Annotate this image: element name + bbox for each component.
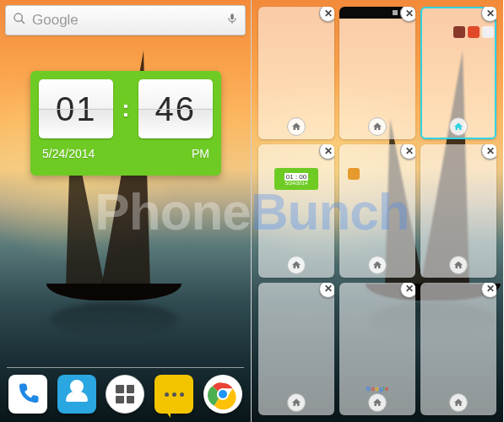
wallpaper-sunset-sailboat [0, 0, 251, 422]
page-thumbnail-selected[interactable]: ✕ [420, 7, 496, 139]
home-icon[interactable] [287, 393, 306, 412]
page-thumbnail[interactable]: ✕ 01 : 00 5/24/2014 [258, 144, 334, 277]
page-thumbnail[interactable]: ✕ [339, 7, 415, 139]
home-icon[interactable] [449, 393, 468, 412]
google-search-widget[interactable]: Google [5, 5, 246, 35]
flip-clock-colon: : [122, 95, 129, 122]
page-thumbnail[interactable]: ✕ [258, 7, 334, 139]
dock-apps-icon[interactable] [106, 375, 144, 414]
overview-grid: ✕ ✕ ✕ ✕ 01 : 00 5/24/2014 [252, 0, 503, 422]
search-brand-label: Google [32, 12, 79, 29]
flip-clock-date: 5/24/2014 [42, 147, 95, 160]
page-thumbnail[interactable]: ✕ [420, 283, 496, 415]
dock-messaging-icon[interactable] [154, 375, 193, 414]
page-thumbnail[interactable]: ✕ Google [339, 283, 415, 415]
dock-phone-icon[interactable] [8, 375, 47, 414]
close-icon[interactable]: ✕ [319, 144, 334, 160]
mini-app-icon [348, 168, 360, 180]
dock-chrome-icon[interactable] [203, 375, 242, 414]
home-icon[interactable] [287, 256, 306, 274]
flip-clock-ampm: PM [192, 147, 209, 160]
search-icon [13, 12, 26, 29]
close-icon[interactable]: ✕ [400, 7, 415, 22]
home-screen: Google 01 : 46 5/24/2014 PM [0, 0, 252, 422]
home-icon[interactable] [368, 117, 387, 136]
home-icon[interactable] [368, 393, 387, 412]
flip-clock-widget[interactable]: 01 : 46 5/24/2014 PM [30, 71, 221, 176]
dock [0, 370, 251, 419]
mic-icon[interactable] [226, 11, 238, 30]
page-thumbnail[interactable]: ✕ [339, 144, 415, 277]
svg-point-0 [14, 14, 22, 21]
mini-flip-clock: 01 : 00 5/24/2014 [274, 168, 318, 190]
close-icon[interactable]: ✕ [481, 283, 496, 298]
mini-google-logo: Google [366, 386, 388, 392]
home-icon[interactable] [449, 117, 468, 136]
home-icon[interactable] [449, 256, 468, 274]
flip-clock-minute: 46 [138, 79, 213, 138]
mini-app-icons [420, 24, 496, 41]
dock-divider [7, 367, 244, 368]
page-thumbnail[interactable]: ✕ [420, 144, 496, 277]
svg-line-1 [21, 20, 24, 24]
flip-clock-hour: 01 [39, 79, 113, 138]
page-thumbnail[interactable]: ✕ [258, 283, 334, 415]
close-icon[interactable]: ✕ [481, 7, 496, 22]
svg-rect-2 [230, 14, 234, 19]
dock-contacts-icon[interactable] [57, 375, 96, 414]
home-icon[interactable] [368, 256, 387, 274]
close-icon[interactable]: ✕ [481, 144, 496, 160]
close-icon[interactable]: ✕ [400, 144, 415, 160]
close-icon[interactable]: ✕ [400, 283, 415, 298]
close-icon[interactable]: ✕ [319, 283, 334, 298]
home-pages-overview: ✕ ✕ ✕ ✕ 01 : 00 5/24/2014 [252, 0, 503, 422]
home-icon[interactable] [287, 117, 306, 136]
close-icon[interactable]: ✕ [319, 7, 334, 22]
